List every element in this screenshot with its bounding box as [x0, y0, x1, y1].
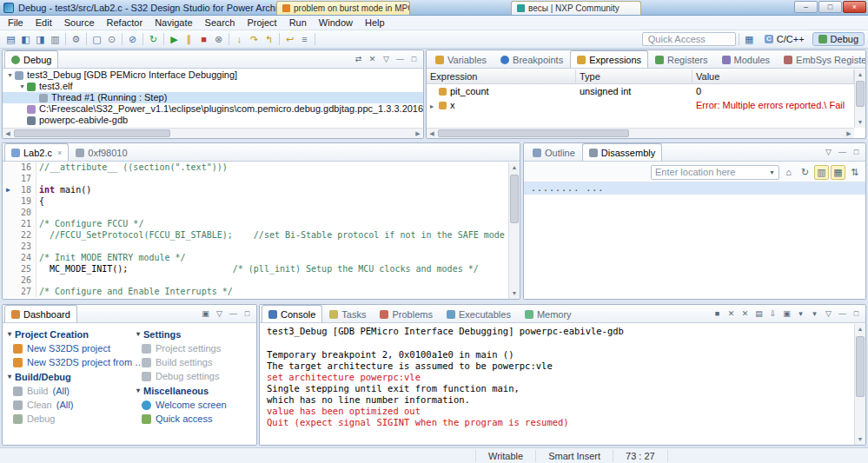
- console-output[interactable]: test3_Debug [GDB PEMicro Interface Debug…: [260, 323, 854, 445]
- column-header-expression[interactable]: Expression: [427, 69, 576, 84]
- tab-debug[interactable]: Debug: [4, 50, 58, 68]
- home-icon[interactable]: ⌂: [781, 165, 796, 180]
- dashboard-item[interactable]: New S32DS project from …: [8, 355, 129, 369]
- quick-access-field[interactable]: Quick Access: [642, 32, 736, 46]
- tab-disassembly[interactable]: Disassembly: [582, 143, 662, 161]
- dashboard-section-header[interactable]: ▾Project Creation: [8, 327, 129, 341]
- maximize-window-button[interactable]: □: [818, 1, 842, 13]
- drop-to-frame-icon[interactable]: ↩: [282, 32, 297, 47]
- scroll-down-icon[interactable]: ▼: [855, 117, 865, 128]
- dashboard-item-label[interactable]: Quick access: [156, 413, 212, 424]
- dashboard-item-label[interactable]: New S32DS project from …: [27, 357, 144, 367]
- debug-tree-row[interactable]: C:\Freescale\S32_Power_v1.1\eclipse\plug…: [3, 103, 423, 115]
- remove-launch-icon[interactable]: ✕: [725, 308, 738, 321]
- build-all-icon[interactable]: ⚙: [69, 32, 83, 47]
- console-view-menu-icon[interactable]: ▽: [822, 308, 835, 321]
- menu-help[interactable]: Help: [359, 17, 391, 29]
- code-line[interactable]: 19{: [3, 195, 508, 207]
- skip-all-breakpoints-icon[interactable]: ⊘: [125, 32, 140, 47]
- dashboard-item[interactable]: New S32DS project: [8, 341, 129, 355]
- new-wizard-icon[interactable]: ▤: [3, 32, 18, 47]
- minimize-view-icon[interactable]: —: [227, 308, 240, 321]
- debug-tree-row[interactable]: powerpc-eabivle-gdb: [3, 115, 423, 126]
- save-icon[interactable]: ◧: [18, 32, 33, 47]
- dashboard-item-label[interactable]: Welcome screen: [156, 400, 227, 410]
- scrollbar-thumb[interactable]: [856, 81, 865, 107]
- scroll-down-icon[interactable]: ▼: [509, 288, 520, 299]
- location-combo[interactable]: Enter location here ▼: [651, 165, 779, 180]
- debug-hscrollbar[interactable]: ◀ ▶: [3, 128, 423, 138]
- expander-icon[interactable]: ▸: [430, 100, 439, 112]
- debug-tree[interactable]: ▾test3_Debug [GDB PEMicro Interface Debu…: [3, 69, 423, 128]
- dashboard-view-menu-icon[interactable]: ▽: [213, 308, 226, 321]
- open-console-icon[interactable]: ▾: [808, 308, 821, 321]
- link-with-editor-icon[interactable]: ⇄: [352, 53, 365, 66]
- expression-row[interactable]: ▸xError: Multiple errors reported.\ Fail: [427, 98, 854, 112]
- minimize-window-button[interactable]: –: [794, 1, 818, 13]
- minimize-view-icon[interactable]: —: [394, 53, 407, 66]
- dashboard-item[interactable]: Debug: [8, 412, 129, 426]
- perspective-debug[interactable]: Debug: [812, 32, 865, 46]
- menu-source[interactable]: Source: [58, 17, 101, 29]
- scroll-up-icon[interactable]: ▲: [855, 69, 865, 80]
- expressions-hscrollbar[interactable]: ◀ ▶: [427, 128, 854, 138]
- dashboard-item-label[interactable]: (All): [56, 400, 74, 410]
- scrollbar-thumb[interactable]: [438, 129, 629, 137]
- debug-tree-row[interactable]: ▾test3.elf: [3, 81, 423, 92]
- outline-view-menu-icon[interactable]: ▽: [822, 146, 835, 159]
- console-vscrollbar[interactable]: ▲ ▼: [854, 324, 865, 445]
- tab-console[interactable]: Console: [262, 305, 322, 322]
- tab-tasks[interactable]: Tasks: [322, 305, 373, 322]
- code-line[interactable]: 21/* Configure FCCU */: [3, 218, 508, 229]
- column-header-type[interactable]: Type: [576, 69, 692, 84]
- tab-variables[interactable]: Variables: [428, 50, 494, 68]
- dashboard-item-label[interactable]: New S32DS project: [27, 343, 110, 354]
- step-return-icon[interactable]: ↰: [262, 32, 276, 47]
- tab-problems[interactable]: Problems: [373, 305, 439, 322]
- disassembly-line[interactable]: ........ ...: [524, 182, 865, 195]
- code-line[interactable]: 17: [3, 173, 508, 184]
- dashboard-section-header[interactable]: ▾Build/Debug: [8, 369, 129, 384]
- code-line[interactable]: 20: [3, 207, 508, 218]
- open-perspective-icon[interactable]: ▦: [742, 32, 757, 47]
- menu-navigate[interactable]: Navigate: [149, 17, 198, 29]
- dashboard-item[interactable]: Clean (All): [8, 398, 129, 412]
- print-icon[interactable]: ▥: [48, 32, 63, 47]
- background-window-tab[interactable]: problem on burst mode in MPC...: [276, 1, 410, 15]
- remove-all-launches-icon[interactable]: ✕: [739, 308, 752, 321]
- debug-view-menu-icon[interactable]: ▽: [380, 53, 393, 66]
- scroll-up-icon[interactable]: ▲: [855, 324, 865, 334]
- instruction-stepping-icon[interactable]: ≡: [297, 32, 312, 47]
- tab-embsys-registers[interactable]: EmbSys Registers: [777, 50, 866, 68]
- tab-outline[interactable]: Outline: [526, 143, 582, 161]
- menu-project[interactable]: Project: [241, 17, 282, 29]
- dashboard-item[interactable]: Build settings: [136, 355, 255, 369]
- menu-edit[interactable]: Edit: [30, 17, 58, 29]
- dashboard-item[interactable]: Welcome screen: [136, 398, 255, 412]
- track-pc-icon[interactable]: ▦: [831, 165, 845, 180]
- editor-vscrollbar[interactable]: ▲ ▼: [508, 162, 520, 299]
- perspective-c-c[interactable]: CC/C++: [759, 32, 811, 46]
- dashboard-item[interactable]: Quick access: [136, 412, 255, 426]
- debug-tree-row[interactable]: Thread #1 (Running : Step): [3, 92, 423, 103]
- tab-expressions[interactable]: Expressions: [570, 50, 648, 68]
- save-all-icon[interactable]: ◨: [33, 32, 48, 47]
- scroll-right-icon[interactable]: ▶: [844, 129, 854, 139]
- code-line[interactable]: 23: [3, 241, 508, 252]
- expressions-vscrollbar[interactable]: ▲ ▼: [854, 69, 865, 128]
- pin-console-icon[interactable]: ▣: [780, 308, 793, 321]
- terminate-icon[interactable]: ■: [711, 308, 724, 321]
- display-selected-console-icon[interactable]: ▾: [794, 308, 807, 321]
- tab-0xf98010[interactable]: 0xf98010: [69, 143, 134, 161]
- scroll-left-icon[interactable]: ◀: [427, 129, 437, 139]
- dashboard-item[interactable]: Project settings: [136, 341, 255, 355]
- menu-search[interactable]: Search: [199, 17, 242, 29]
- show-source-icon[interactable]: ▥: [814, 165, 829, 180]
- tab-lab2-c[interactable]: Lab2.c×: [4, 143, 69, 161]
- search-icon[interactable]: ⊙: [104, 32, 119, 47]
- menu-refactor[interactable]: Refactor: [101, 17, 149, 29]
- code-line[interactable]: 16//__attribute__ ((section(".text"))): [3, 162, 508, 173]
- scrollbar-thumb[interactable]: [14, 129, 170, 137]
- column-header-value[interactable]: Value: [692, 69, 854, 84]
- suspend-icon[interactable]: ∥: [182, 32, 196, 47]
